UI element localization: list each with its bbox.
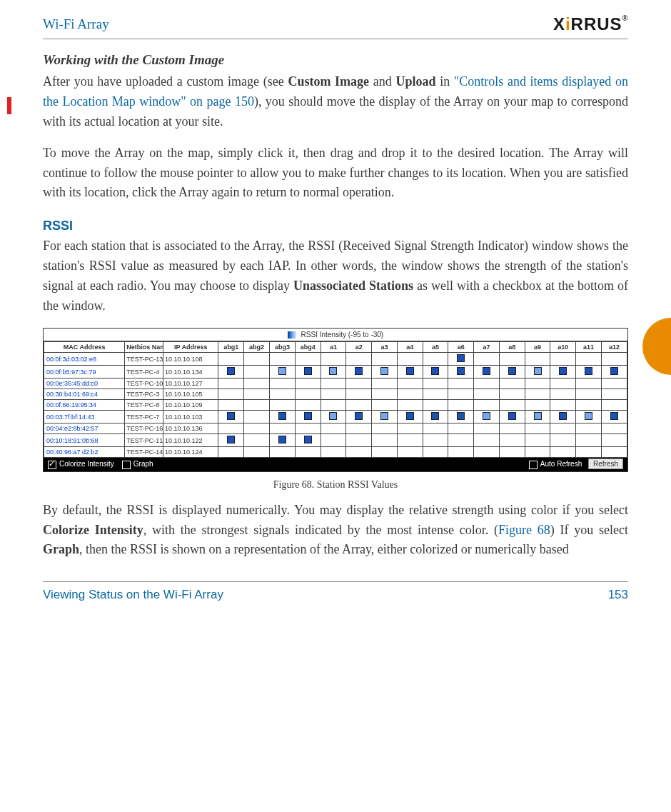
rssi-square-icon (278, 436, 286, 443)
rssi-cell (550, 423, 576, 434)
rssi-square-icon (534, 367, 542, 375)
rssi-cell (372, 423, 398, 434)
rssi-square-icon (610, 412, 618, 420)
cell: 10.10.10.134 (163, 366, 218, 379)
paragraph: By default, the RSSI is displayed numeri… (43, 501, 628, 561)
rssi-cell (346, 366, 372, 379)
rssi-cell (295, 353, 321, 366)
rssi-cell (270, 366, 296, 379)
rssi-cell (576, 423, 602, 434)
rssi-cell (448, 389, 474, 400)
rssi-cell (576, 353, 602, 366)
rssi-cell (474, 434, 500, 447)
rssi-cell (346, 411, 372, 423)
brand-dot: i (565, 14, 571, 34)
rssi-cell (499, 400, 525, 411)
rssi-cell (601, 411, 627, 423)
rssi-cell (499, 434, 525, 447)
rssi-square-icon (610, 367, 618, 375)
rssi-cell (550, 389, 576, 400)
rssi-square-icon (329, 412, 337, 420)
rssi-cell (423, 353, 448, 366)
rssi-cell (218, 353, 244, 366)
rssi-cell (372, 389, 398, 400)
rssi-cell (295, 389, 321, 400)
rssi-cell (372, 434, 398, 447)
rssi-cell (270, 379, 296, 389)
rssi-cell (397, 447, 423, 458)
rssi-cell (372, 411, 398, 423)
rssi-cell (218, 423, 244, 434)
rssi-cell (270, 447, 296, 458)
column-header: MAC Address (44, 342, 125, 353)
rssi-cell (525, 353, 550, 366)
rssi-square-icon (483, 367, 490, 375)
rssi-cell (550, 353, 576, 366)
rssi-cell (550, 400, 576, 411)
rssi-cell (397, 400, 423, 411)
column-header: a1 (321, 342, 346, 353)
table-row: 00:0f:b5:97:3c:79TEST-PC-410.10.10.134 (44, 366, 627, 379)
cell: TEST-PC-16 (125, 423, 163, 434)
rssi-cell (576, 434, 602, 447)
table-row: 00:0e:35:45:dd:c0TEST-PC-1010.10.10.127 (44, 379, 627, 389)
text-run: ) If you select (550, 523, 628, 537)
rssi-square-icon (278, 412, 286, 420)
rssi-cell (244, 400, 270, 411)
rssi-cell (525, 423, 550, 434)
rssi-cell (601, 353, 627, 366)
rssi-cell (346, 400, 372, 411)
rssi-square-icon (457, 354, 465, 362)
rssi-cell (218, 400, 244, 411)
footer-page-number: 153 (608, 588, 628, 602)
cell: TEST-PC-3 (125, 389, 163, 400)
rssi-cell (321, 434, 346, 447)
rssi-cell (270, 434, 296, 447)
text-run: After you have uploaded a custom image (… (43, 74, 288, 89)
column-header: a3 (372, 342, 398, 353)
brand-logo: XiRRUS® (553, 14, 628, 34)
rssi-cell (218, 447, 244, 458)
graph-label: Graph (133, 460, 153, 468)
refresh-button[interactable]: Refresh (588, 458, 623, 469)
rssi-cell (499, 389, 525, 400)
cell: 10.10.10.105 (163, 389, 218, 400)
column-header: a10 (550, 342, 576, 353)
rssi-cell (499, 353, 525, 366)
section-heading: Working with the Custom Image (43, 52, 628, 68)
rssi-cell (321, 379, 346, 389)
rssi-cell (576, 389, 602, 400)
rssi-cell (423, 366, 448, 379)
rssi-cell (397, 353, 423, 366)
rssi-cell (474, 447, 500, 458)
rssi-cell (525, 411, 550, 423)
rssi-square-icon (585, 412, 592, 420)
rssi-square-icon (304, 367, 312, 375)
text-run: in (436, 74, 454, 89)
colorize-intensity-checkbox[interactable] (48, 461, 56, 469)
column-header: Netbios Name (125, 342, 163, 353)
rssi-cell (218, 411, 244, 423)
cross-reference-link[interactable]: Figure 68 (498, 523, 550, 537)
cell: TEST-PC-11 (125, 434, 163, 447)
rssi-cell (550, 411, 576, 423)
rssi-cell (244, 447, 270, 458)
table-row: 00:40:96:a7:d2:b2TEST-PC-1410.10.10.124 (44, 447, 627, 458)
text-run: By default, the RSSI is displayed numeri… (43, 503, 628, 517)
auto-refresh-checkbox[interactable] (529, 461, 538, 469)
rssi-cell (295, 434, 321, 447)
rssi-square-icon (483, 412, 490, 420)
rssi-cell (576, 411, 602, 423)
rssi-cell (576, 400, 602, 411)
rssi-cell (474, 411, 500, 423)
graph-checkbox[interactable] (122, 461, 131, 469)
cell: TEST-PC-7 (125, 411, 163, 423)
auto-refresh-label: Auto Refresh (540, 460, 582, 468)
rssi-cell (321, 423, 346, 434)
rssi-cell (321, 400, 346, 411)
rssi-square-icon (431, 412, 439, 420)
cell: 10.10.10.122 (163, 434, 218, 447)
rssi-cell (244, 434, 270, 447)
rssi-square-icon (559, 412, 567, 420)
column-header: a6 (448, 342, 474, 353)
